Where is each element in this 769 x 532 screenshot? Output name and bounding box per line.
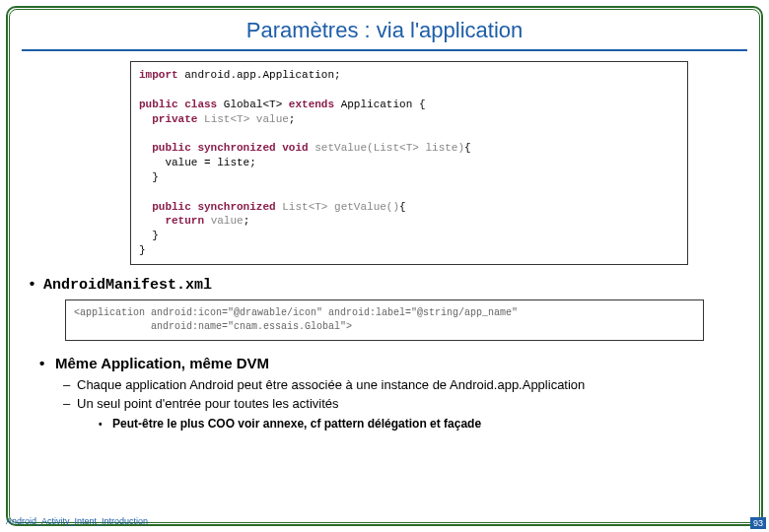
code-block-java: import android.app.Application; public c… <box>130 61 688 265</box>
slide-content: Paramètres : via l'application import an… <box>12 12 757 520</box>
code-text: <application android:icon="@drawable/ico… <box>74 307 518 318</box>
code-text: android:name="cnam.essais.Global"> <box>74 321 352 332</box>
code-keyword: extends <box>289 99 334 110</box>
slide-title: Paramètres : via l'application <box>22 18 747 51</box>
bullet-manifest: AndroidManifest.xml <box>43 277 747 294</box>
code-text: { <box>399 201 406 213</box>
sub-bullet: Chaque application Android peut être ass… <box>77 377 688 394</box>
code-block-xml: <application android:icon="@drawable/ico… <box>65 299 704 341</box>
footer-text: Android_Activity_Intent_Introduction <box>6 516 148 526</box>
code-text: } <box>139 244 146 256</box>
bullet-same-app: Même Application, même DVM <box>55 355 747 371</box>
code-text: value = liste; <box>139 157 256 168</box>
code-text: Application { <box>334 99 425 110</box>
code-dim: List<T> getValue() <box>282 201 399 213</box>
code-text: ; <box>244 215 250 227</box>
code-text: } <box>139 230 159 241</box>
code-text: android.app.Application; <box>178 69 341 81</box>
bullet-list-2: Même Application, même DVM Chaque applic… <box>22 355 747 431</box>
code-text: ; <box>289 113 296 125</box>
code-keyword: public synchronized void <box>139 142 309 154</box>
code-blank <box>139 186 146 198</box>
code-blank <box>139 84 146 96</box>
sub-bullet: Un seul point d'entrée pour toutes les a… <box>77 396 688 413</box>
code-dim: setValue(List<T> liste) <box>315 142 464 154</box>
code-keyword: private <box>139 113 197 125</box>
code-blank <box>139 127 146 139</box>
code-keyword: return <box>139 215 204 227</box>
code-dim: value <box>211 215 244 227</box>
code-text <box>204 215 211 227</box>
code-keyword: public class <box>139 99 217 110</box>
code-dim: List<T> value <box>204 113 289 125</box>
page-number: 93 <box>750 517 766 529</box>
code-text: } <box>139 171 159 183</box>
code-keyword: import <box>139 69 178 81</box>
code-keyword: public synchronized <box>139 201 276 213</box>
bullet-list: AndroidManifest.xml <box>22 277 747 294</box>
sub-sub-bullet: Peut-être le plus COO voir annexe, cf pa… <box>112 417 747 431</box>
code-text: { <box>464 142 471 154</box>
code-text: Global<T> <box>217 99 289 110</box>
